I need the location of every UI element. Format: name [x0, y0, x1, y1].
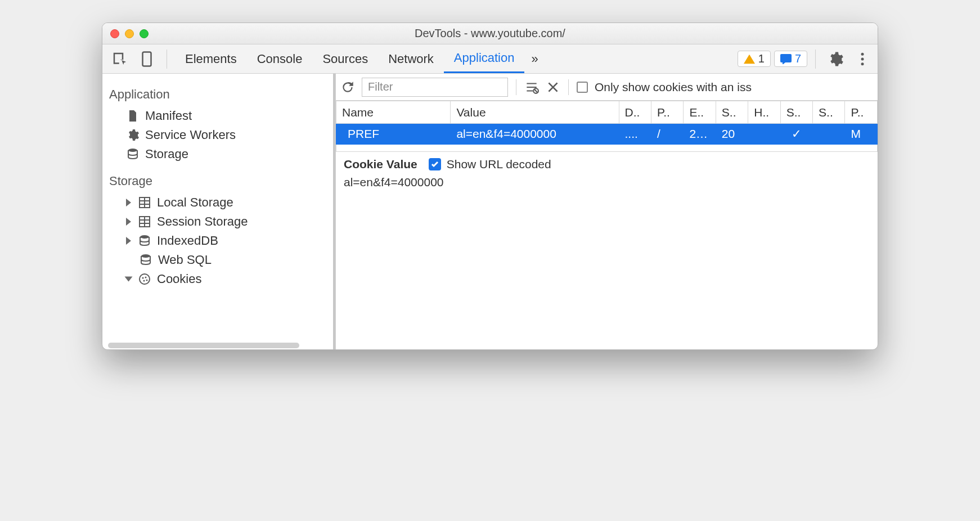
sidebar-section-application: Application: [109, 87, 329, 102]
delete-icon[interactable]: [546, 80, 560, 95]
separator: [167, 50, 167, 69]
kebab-icon: [854, 51, 871, 68]
sidebar-item-label: Web SQL: [158, 253, 212, 267]
sidebar-item-indexeddb[interactable]: IndexedDB: [109, 231, 329, 250]
grid-icon: [138, 215, 151, 228]
database-icon: [126, 147, 140, 161]
show-url-decoded-checkbox[interactable]: [429, 158, 441, 170]
device-icon: [138, 51, 155, 68]
sidebar-item-label: Storage: [145, 147, 188, 161]
tab-console[interactable]: Console: [247, 44, 313, 73]
svg-point-8: [140, 274, 150, 284]
cell-domain: ....: [619, 124, 651, 145]
sidebar-item-service-workers[interactable]: Service Workers: [109, 125, 329, 145]
tab-network[interactable]: Network: [378, 44, 444, 73]
panel-tabs: Elements Console Sources Network Applica…: [175, 44, 524, 73]
database-icon: [139, 253, 152, 267]
col-domain[interactable]: D..: [619, 101, 651, 124]
settings-button[interactable]: [824, 48, 847, 70]
col-path[interactable]: P..: [651, 101, 683, 124]
table-row-empty: [336, 145, 878, 152]
svg-point-11: [143, 280, 145, 282]
cell-path: /: [651, 124, 683, 145]
cell-secure: ✓: [780, 124, 812, 145]
cookie-detail-header: Cookie Value Show URL decoded: [336, 152, 878, 173]
window-title: DevTools - www.youtube.com/: [102, 27, 878, 40]
cookies-toolbar: Only show cookies with an iss: [336, 74, 878, 101]
svg-point-6: [140, 235, 149, 239]
sidebar-item-session-storage[interactable]: Session Storage: [109, 212, 329, 231]
svg-point-2: [861, 52, 864, 55]
tab-elements[interactable]: Elements: [175, 44, 247, 73]
col-httponly[interactable]: H..: [748, 101, 780, 124]
sidebar-item-label: IndexedDB: [157, 233, 218, 248]
tab-sources[interactable]: Sources: [312, 44, 378, 73]
cell-samesite: [813, 124, 845, 145]
filter-input[interactable]: [362, 78, 508, 97]
cell-priority: M: [845, 124, 878, 145]
sidebar-item-manifest[interactable]: Manifest: [109, 106, 329, 125]
collapse-icon[interactable]: [125, 277, 133, 282]
sidebar-item-local-storage[interactable]: Local Storage: [109, 193, 329, 212]
cookie-icon: [138, 272, 151, 286]
col-size[interactable]: S..: [716, 101, 748, 124]
more-tabs-button[interactable]: »: [528, 50, 541, 69]
sidebar-item-label: Cookies: [157, 272, 201, 286]
cookies-table: Name Value D.. P.. E.. S.. H.. S.. S.. P…: [336, 101, 878, 152]
sidebar-resizer[interactable]: [333, 74, 336, 349]
sidebar-item-websql[interactable]: Web SQL: [109, 250, 329, 270]
inspect-element-button[interactable]: [108, 48, 132, 70]
warning-icon: [744, 54, 755, 64]
messages-count: 7: [795, 52, 801, 65]
table-row[interactable]: PREF al=en&f4=4000000 .... / 2… 20 ✓ M: [336, 124, 878, 145]
svg-point-9: [142, 277, 144, 279]
svg-rect-1: [780, 54, 792, 62]
cell-value: al=en&f4=4000000: [451, 124, 619, 145]
main-area: Application Manifest Service Workers Sto…: [102, 74, 878, 349]
expand-icon[interactable]: [126, 218, 131, 226]
sidebar-scrollbar[interactable]: [108, 343, 299, 348]
cell-httponly: [748, 124, 780, 145]
col-secure[interactable]: S..: [780, 101, 812, 124]
sidebar-section-storage: Storage: [109, 174, 329, 188]
sidebar-item-label: Manifest: [145, 109, 192, 123]
sidebar-item-label: Session Storage: [157, 214, 248, 229]
sidebar-item-storage-summary[interactable]: Storage: [109, 145, 329, 164]
inspect-icon: [111, 51, 128, 68]
tab-application[interactable]: Application: [444, 44, 525, 73]
separator: [568, 79, 569, 95]
col-value[interactable]: Value: [451, 101, 619, 124]
col-name[interactable]: Name: [336, 101, 451, 124]
sidebar-item-label: Service Workers: [145, 128, 236, 142]
gear-icon: [827, 51, 844, 68]
message-icon: [780, 54, 792, 64]
application-sidebar: Application Manifest Service Workers Sto…: [102, 74, 336, 349]
warnings-count: 1: [758, 52, 765, 65]
svg-point-3: [861, 57, 864, 60]
only-issues-checkbox[interactable]: [577, 82, 588, 93]
grid-icon: [138, 196, 151, 209]
expand-icon[interactable]: [126, 199, 131, 206]
database-icon: [138, 234, 151, 248]
cell-name: PREF: [336, 124, 451, 145]
sidebar-item-cookies[interactable]: Cookies: [109, 270, 329, 289]
cookie-value-text: al=en&f4=4000000: [336, 173, 878, 197]
col-samesite[interactable]: S..: [813, 101, 845, 124]
svg-rect-0: [143, 52, 151, 66]
messages-badge[interactable]: 7: [774, 51, 807, 67]
warnings-badge[interactable]: 1: [738, 51, 771, 67]
svg-point-12: [146, 280, 148, 281]
clear-all-icon[interactable]: [524, 80, 539, 95]
device-toggle-button[interactable]: [135, 48, 159, 70]
refresh-icon[interactable]: [340, 80, 355, 95]
cookies-panel: Only show cookies with an iss Name Value…: [336, 74, 878, 349]
sidebar-item-label: Local Storage: [157, 195, 233, 210]
cookie-value-title: Cookie Value: [344, 158, 417, 171]
col-expires[interactable]: E..: [684, 101, 716, 124]
more-options-button[interactable]: [851, 48, 874, 70]
show-url-decoded-label: Show URL decoded: [447, 158, 551, 171]
table-header-row: Name Value D.. P.. E.. S.. H.. S.. S.. P…: [336, 101, 878, 124]
cell-size: 20: [716, 124, 748, 145]
expand-icon[interactable]: [126, 237, 131, 245]
col-priority[interactable]: P..: [845, 101, 878, 124]
